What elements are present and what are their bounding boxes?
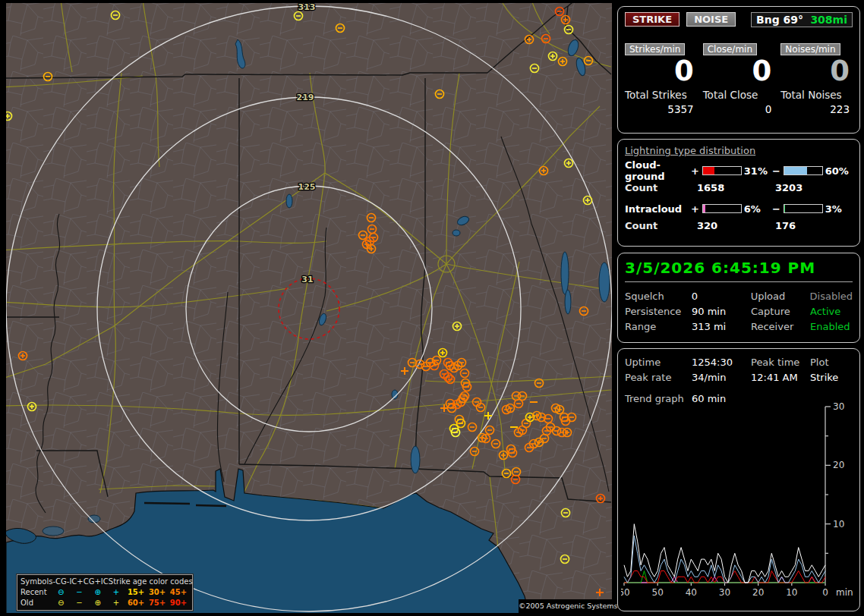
recent-cg-pos-icon: ⊕ [89,587,107,598]
noise-mode-button[interactable]: NOISE [686,12,736,27]
total-strikes-label: Total Strikes [625,89,697,101]
ic-plus-bar [702,204,742,213]
cg-plus-bar [702,166,742,175]
cg-minus-pct: 60% [825,165,853,177]
svg-text:60: 60 [621,587,630,598]
peak-rate-value: 34/min [692,372,751,383]
capture-label: Capture [751,306,810,317]
cloud-ground-row: Cloud-ground + 31% − 60% [625,163,853,178]
svg-text:30: 30 [719,587,730,598]
plus-sign: + [690,165,700,177]
bearing-display: Bng 69° 308mi [751,12,853,27]
recent-ic-neg-icon: − [70,587,88,598]
total-close-label: Total Close [703,89,775,101]
trend-box: Uptime 1254:30 Peak time Plot Peak rate … [617,348,860,611]
close-per-min-column: Close/min 0 Total Close 0 [703,43,775,115]
range-value: 313 mi [692,321,751,332]
trend-graph: 1020306050403020100min [621,399,853,603]
telemetry-panel: STRIKE NOISE Bng 69° 308mi Strikes/min 0… [617,0,862,616]
svg-text:min: min [836,587,853,598]
ring-label-219: 219 [297,93,314,102]
cg-minus-bar [784,166,823,175]
strike-mode-button[interactable]: STRIKE [625,12,680,27]
ring-label-125: 125 [298,182,316,192]
receiver-status: Enabled [810,321,853,332]
trend-graph-canvas: 1020306050403020100min [621,399,853,601]
legend-header-cg-pos: +CG [77,577,94,587]
stormvue-app: 313 219 125 31 Symbols -CG -IC +CG +IC S… [0,0,864,616]
svg-text:50: 50 [652,587,664,598]
svg-text:20: 20 [752,587,764,598]
copyright-bar: ©2005 Astrogenic Systems [519,599,612,613]
uptime-value: 1254:30 [692,357,751,368]
strikes-per-min-value: 0 [625,55,697,87]
status-row: Squelch 0 Upload Disabled [625,288,853,303]
legend-old-row: Old ⊖ − ⊕ + 60+ 75+ 90+ [20,598,189,608]
noises-per-min-column: Noises/min 0 Total Noises 223 [780,43,853,115]
legend-header-symbols: Symbols [20,577,52,587]
total-noises-value: 223 [780,103,853,115]
distribution-title: Lightning type distribution [625,145,853,156]
trend-axes [624,407,831,586]
total-close-value: 0 [703,103,775,115]
distance-value: 308mi [810,14,847,26]
age-45: 45+ [168,587,189,598]
svg-text:10: 10 [833,519,844,530]
legend-recent-label: Recent [20,587,52,598]
map-canvas: 313 219 125 31 [6,3,612,613]
ic-plus-count: 320 [697,220,775,231]
age-30: 30+ [147,587,168,598]
intracloud-row: Intracloud + 6% − 3% [625,201,853,216]
old-ic-pos-icon: + [107,598,125,608]
total-strikes-value: 5357 [625,103,697,115]
noises-per-min-value: 0 [780,55,853,87]
legend-header-age-codes: Strike age color codes [109,577,193,587]
age-15: 15+ [125,587,147,598]
ic-plus-pct: 6% [744,203,771,215]
minus-sign: − [771,165,781,177]
date-time-display: 3/5/2026 6:45:19 PM [625,259,853,282]
uptime-label: Uptime [625,357,692,368]
age-60: 60+ [125,598,147,608]
capture-status: Active [810,306,853,317]
recent-cg-neg-icon: ⊖ [52,587,70,598]
svg-text:30: 30 [833,401,844,412]
persistence-label: Persistence [625,306,692,317]
ic-minus-bar [784,204,823,213]
peak-time-value: 12:41 AM [751,372,810,383]
close-per-min-value: 0 [703,55,775,87]
peak-time-label: Peak time [751,357,810,368]
squelch-value: 0 [692,291,751,302]
svg-text:40: 40 [686,587,697,598]
trend-series-total [624,524,825,583]
svg-text:10: 10 [786,587,797,598]
range-label: Range [625,321,692,332]
status-box: 3/5/2026 6:45:19 PM Squelch 0 Upload Dis… [617,253,860,343]
stats-row: Uptime 1254:30 Peak time Plot [625,354,853,369]
status-row: Range 313 mi Receiver Enabled [625,319,853,334]
stats-row: Peak rate 34/min 12:41 AM Strike [625,369,853,385]
legend-header-cg-neg: -CG [52,577,66,587]
plot-mode-value: Strike [810,372,853,383]
plus-sign: + [690,203,700,215]
recent-ic-pos-icon: + [107,587,125,598]
cloud-ground-label: Cloud-ground [625,159,690,182]
legend-header-ic-pos: +IC [94,577,108,587]
legend-recent-row: Recent ⊖ − ⊕ + 15+ 30+ 45+ [20,587,189,598]
strikes-per-min-column: Strikes/min 0 Total Strikes 5357 [625,43,697,115]
intracloud-label: Intracloud [625,203,690,215]
bearing-value: Bng 69° [756,14,803,26]
ic-minus-pct: 3% [825,203,853,215]
cloud-ground-count-row: Count 1658 3203 [625,178,853,196]
svg-text:0: 0 [822,587,828,598]
old-cg-pos-icon: ⊕ [89,598,107,608]
ic-minus-count: 176 [775,220,796,231]
ring-label-31: 31 [301,275,313,284]
total-noises-label: Total Noises [780,89,853,101]
lightning-map[interactable]: 313 219 125 31 Symbols -CG -IC +CG +IC S… [6,3,612,613]
count-label: Count [625,220,697,231]
count-label: Count [625,182,697,193]
intracloud-count-row: Count 320 176 [625,216,853,234]
lightning-distribution-box: Lightning type distribution Cloud-ground… [617,139,860,247]
receiver-label: Receiver [751,321,810,332]
